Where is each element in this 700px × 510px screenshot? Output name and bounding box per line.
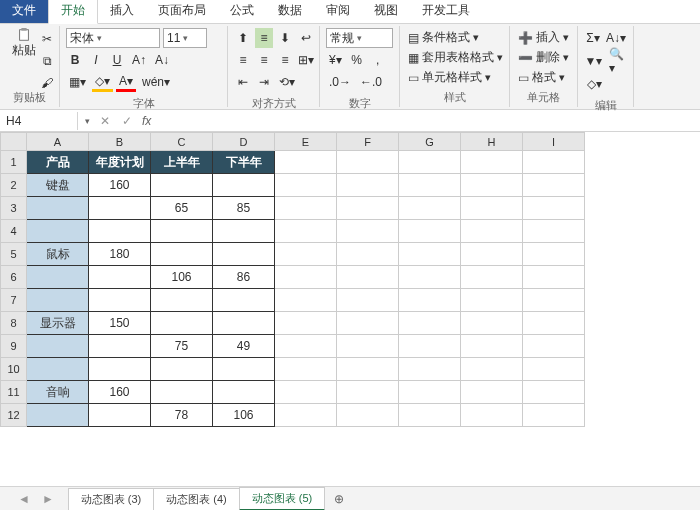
- cell[interactable]: 上半年: [151, 151, 213, 174]
- percent-icon[interactable]: %: [348, 50, 366, 70]
- row-header[interactable]: 1: [1, 151, 27, 174]
- cell[interactable]: [523, 289, 585, 312]
- col-header[interactable]: F: [337, 133, 399, 151]
- cell[interactable]: [151, 381, 213, 404]
- cell[interactable]: [89, 266, 151, 289]
- cell[interactable]: [337, 174, 399, 197]
- cell[interactable]: [213, 381, 275, 404]
- cell[interactable]: [337, 243, 399, 266]
- cell[interactable]: 49: [213, 335, 275, 358]
- spreadsheet-grid[interactable]: ABCDEFGHI1产品年度计划上半年下半年2键盘1603658545鼠标180…: [0, 132, 700, 482]
- fx-icon[interactable]: fx: [138, 114, 155, 128]
- align-middle-icon[interactable]: ≡: [255, 28, 273, 48]
- cell[interactable]: [213, 174, 275, 197]
- cell[interactable]: [523, 243, 585, 266]
- cell[interactable]: [399, 174, 461, 197]
- cell[interactable]: [337, 335, 399, 358]
- row-header[interactable]: 7: [1, 289, 27, 312]
- cell[interactable]: [275, 174, 337, 197]
- cell[interactable]: 85: [213, 197, 275, 220]
- row-header[interactable]: 10: [1, 358, 27, 381]
- align-top-icon[interactable]: ⬆: [234, 28, 252, 48]
- increase-decimal-icon[interactable]: .0→: [326, 72, 354, 92]
- italic-button[interactable]: I: [87, 50, 105, 70]
- cell[interactable]: 150: [89, 312, 151, 335]
- enter-formula-icon[interactable]: ✓: [116, 112, 138, 130]
- sheet-nav-next-icon[interactable]: ►: [36, 490, 60, 508]
- select-all-corner[interactable]: [1, 133, 27, 151]
- cell[interactable]: [337, 151, 399, 174]
- col-header[interactable]: G: [399, 133, 461, 151]
- cell[interactable]: [27, 335, 89, 358]
- col-header[interactable]: E: [275, 133, 337, 151]
- row-header[interactable]: 8: [1, 312, 27, 335]
- cell[interactable]: [275, 358, 337, 381]
- wrap-text-icon[interactable]: ↩: [297, 28, 315, 48]
- cell[interactable]: 75: [151, 335, 213, 358]
- cell[interactable]: [89, 220, 151, 243]
- fill-icon[interactable]: ▼▾: [584, 51, 603, 71]
- cell[interactable]: [275, 151, 337, 174]
- cell[interactable]: [89, 404, 151, 427]
- col-header[interactable]: H: [461, 133, 523, 151]
- formula-input[interactable]: [155, 112, 700, 130]
- underline-button[interactable]: U: [108, 50, 126, 70]
- cell[interactable]: [461, 220, 523, 243]
- cell[interactable]: [523, 174, 585, 197]
- indent-left-icon[interactable]: ⇤: [234, 72, 252, 92]
- cell[interactable]: [399, 197, 461, 220]
- sheet-tab-1[interactable]: 动态图表 (3): [68, 488, 155, 510]
- cell[interactable]: [461, 243, 523, 266]
- cell[interactable]: [523, 266, 585, 289]
- indent-right-icon[interactable]: ⇥: [255, 72, 273, 92]
- cell[interactable]: [275, 381, 337, 404]
- number-format-dropdown[interactable]: 常规▾: [326, 28, 393, 48]
- cell[interactable]: [337, 220, 399, 243]
- cell[interactable]: 65: [151, 197, 213, 220]
- cell[interactable]: [461, 174, 523, 197]
- cell[interactable]: [151, 174, 213, 197]
- cell[interactable]: [337, 197, 399, 220]
- cell[interactable]: [399, 381, 461, 404]
- cell[interactable]: [213, 289, 275, 312]
- tab-file[interactable]: 文件: [0, 0, 48, 23]
- font-size-dropdown[interactable]: 11▾: [163, 28, 207, 48]
- cell[interactable]: [399, 312, 461, 335]
- row-header[interactable]: 5: [1, 243, 27, 266]
- tab-review[interactable]: 审阅: [314, 0, 362, 23]
- cell[interactable]: [399, 335, 461, 358]
- cell[interactable]: [27, 220, 89, 243]
- cell[interactable]: [89, 335, 151, 358]
- cell[interactable]: [275, 243, 337, 266]
- tab-insert[interactable]: 插入: [98, 0, 146, 23]
- cell[interactable]: [399, 220, 461, 243]
- cell[interactable]: [523, 381, 585, 404]
- cell[interactable]: [461, 381, 523, 404]
- cell[interactable]: [275, 404, 337, 427]
- align-right-icon[interactable]: ≡: [276, 50, 294, 70]
- find-icon[interactable]: 🔍▾: [606, 51, 627, 71]
- cell[interactable]: [461, 289, 523, 312]
- cell[interactable]: [337, 266, 399, 289]
- cell[interactable]: [399, 151, 461, 174]
- currency-icon[interactable]: ¥▾: [326, 50, 345, 70]
- cell[interactable]: 106: [213, 404, 275, 427]
- cell[interactable]: [275, 335, 337, 358]
- cell[interactable]: [275, 312, 337, 335]
- cell[interactable]: [27, 266, 89, 289]
- cell[interactable]: [89, 289, 151, 312]
- cell[interactable]: [151, 220, 213, 243]
- cell[interactable]: [275, 289, 337, 312]
- row-header[interactable]: 4: [1, 220, 27, 243]
- cell[interactable]: [337, 404, 399, 427]
- cell[interactable]: [337, 312, 399, 335]
- cell[interactable]: [151, 312, 213, 335]
- row-header[interactable]: 9: [1, 335, 27, 358]
- cell[interactable]: [461, 312, 523, 335]
- cell[interactable]: [213, 220, 275, 243]
- cut-icon[interactable]: ✂: [38, 29, 56, 49]
- cell[interactable]: 年度计划: [89, 151, 151, 174]
- phonetic-button[interactable]: wén▾: [139, 72, 173, 92]
- delete-cells-button[interactable]: ➖删除▾: [516, 48, 571, 67]
- cell[interactable]: [89, 358, 151, 381]
